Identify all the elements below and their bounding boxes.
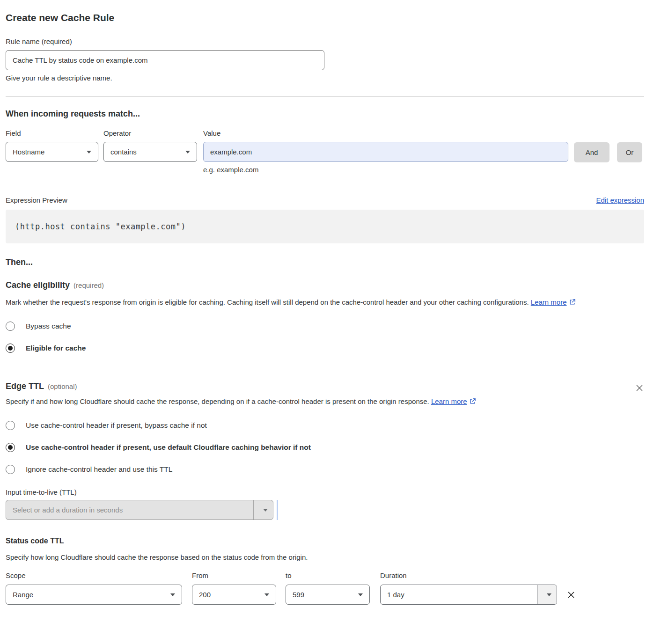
- chevron-down-icon: [537, 585, 557, 604]
- learn-more-link[interactable]: Learn more: [531, 298, 567, 306]
- match-condition-row: Field Hostname Operator contains Value e…: [6, 129, 644, 174]
- radio-icon: [6, 322, 15, 331]
- chevron-down-icon: [358, 593, 363, 596]
- cache-eligibility-heading: Cache eligibility(required): [6, 280, 644, 290]
- edge-ttl-description: Specify if and how long Cloudflare shoul…: [6, 395, 476, 408]
- operator-select[interactable]: contains: [103, 142, 197, 162]
- then-heading: Then...: [6, 257, 644, 267]
- ttl-input-label: Input time-to-live (TTL): [6, 488, 644, 496]
- chevron-down-icon: [253, 500, 273, 520]
- value-helper: e.g. example.com: [203, 166, 568, 174]
- rule-name-input[interactable]: [6, 50, 324, 70]
- to-select[interactable]: 599: [286, 585, 370, 605]
- edit-expression-link[interactable]: Edit expression: [596, 196, 644, 204]
- scope-select-value: Range: [13, 591, 33, 599]
- operator-label: Operator: [103, 129, 197, 137]
- expression-preview-box: (http.host contains "example.com"): [6, 210, 644, 243]
- status-code-ttl-description: Specify how long Cloudflare should cache…: [6, 551, 635, 564]
- rule-name-helper: Give your rule a descriptive name.: [6, 74, 644, 82]
- radio-option-cache-control-bypass[interactable]: Use cache-control header if present, byp…: [6, 421, 644, 430]
- or-button[interactable]: Or: [617, 142, 642, 162]
- radio-option-eligible-for-cache[interactable]: Eligible for cache: [6, 344, 644, 353]
- chevron-down-icon: [264, 593, 269, 596]
- expression-preview-label: Expression Preview: [6, 196, 67, 204]
- radio-option-cache-control-default[interactable]: Use cache-control header if present, use…: [6, 443, 644, 452]
- field-label: Field: [6, 129, 98, 137]
- chevron-down-icon: [87, 151, 91, 154]
- ttl-duration-select[interactable]: Select or add a duration in seconds: [6, 500, 273, 520]
- radio-checked-icon: [6, 443, 15, 452]
- to-label: to: [286, 571, 370, 579]
- section-divider: [6, 370, 644, 370]
- and-button[interactable]: And: [574, 142, 610, 162]
- learn-more-link[interactable]: Learn more: [431, 397, 467, 405]
- external-link-icon: [569, 299, 576, 306]
- page-title: Create new Cache Rule: [6, 12, 644, 23]
- text-caret: [277, 500, 278, 520]
- value-input[interactable]: [203, 142, 568, 162]
- to-select-value: 599: [293, 591, 304, 599]
- edge-ttl-header: Edge TTL(optional) Specify if and how lo…: [6, 381, 644, 408]
- from-select[interactable]: 200: [192, 585, 276, 605]
- from-select-value: 200: [199, 591, 211, 599]
- required-tag: (required): [73, 281, 104, 289]
- duration-select[interactable]: 1 day: [380, 585, 557, 605]
- value-label: Value: [203, 129, 568, 137]
- field-select[interactable]: Hostname: [6, 142, 98, 162]
- status-code-ttl-heading: Status code TTL: [6, 537, 644, 545]
- external-link-icon: [469, 398, 476, 405]
- ttl-duration-placeholder: Select or add a duration in seconds: [6, 500, 253, 520]
- close-icon[interactable]: [635, 383, 644, 395]
- field-select-value: Hostname: [13, 148, 44, 156]
- radio-option-ignore-cache-control[interactable]: Ignore cache-control header and use this…: [6, 465, 644, 474]
- match-heading: When incoming requests match...: [6, 109, 644, 119]
- section-divider: [6, 96, 644, 96]
- scope-select[interactable]: Range: [6, 585, 182, 605]
- from-label: From: [192, 571, 276, 579]
- chevron-down-icon: [170, 593, 175, 596]
- edge-ttl-heading: Edge TTL(optional): [6, 381, 476, 391]
- scope-label: Scope: [6, 571, 182, 579]
- cache-eligibility-description: Mark whether the request's response from…: [6, 296, 635, 309]
- operator-select-value: contains: [110, 148, 137, 156]
- duration-label: Duration: [380, 571, 557, 579]
- status-code-ttl-row: Scope Range From 200 to 599 Duration 1 d…: [6, 571, 644, 605]
- ttl-combo-wrap: Select or add a duration in seconds: [6, 500, 644, 520]
- delete-row-icon[interactable]: [566, 590, 576, 602]
- radio-checked-icon: [6, 344, 15, 353]
- expression-preview-header: Expression Preview Edit expression: [6, 196, 644, 204]
- rule-name-label: Rule name (required): [6, 37, 644, 45]
- expression-code: (http.host contains "example.com"): [15, 222, 186, 231]
- radio-icon: [6, 421, 15, 430]
- optional-tag: (optional): [48, 382, 77, 390]
- duration-select-value: 1 day: [381, 585, 537, 604]
- radio-option-bypass-cache[interactable]: Bypass cache: [6, 322, 644, 331]
- create-cache-rule-form: Create new Cache Rule Rule name (require…: [0, 0, 661, 617]
- radio-icon: [6, 465, 15, 474]
- chevron-down-icon: [185, 151, 190, 154]
